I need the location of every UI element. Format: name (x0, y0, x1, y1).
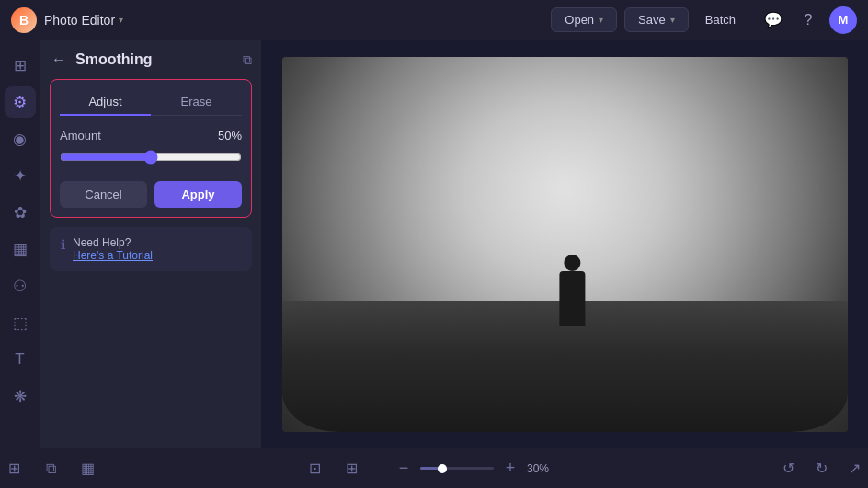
sidebar-btn-text[interactable]: T (5, 344, 36, 375)
zoom-out-button[interactable]: − (393, 458, 415, 480)
fit-screen-button[interactable]: ⊞ (337, 455, 365, 482)
open-chevron: ▾ (599, 15, 603, 25)
zoom-in-button[interactable]: + (499, 458, 521, 480)
app-title: Photo Editor (44, 13, 115, 28)
side-panel: ← Smoothing ⧉ Adjust Erase Amount 50% (40, 40, 261, 448)
help-tutorial-link[interactable]: Here's a Tutorial (73, 249, 153, 262)
zoom-slider-thumb[interactable] (438, 464, 447, 473)
sidebar-btn-preview[interactable]: ◉ (5, 123, 36, 154)
open-label: Open (565, 13, 594, 27)
sidebar-btn-layers[interactable]: ⊞ (5, 50, 36, 81)
help-icon-button[interactable]: ? (794, 6, 822, 34)
zoom-controls: − + 30% (393, 458, 556, 480)
panel-header: ← Smoothing ⧉ (50, 50, 252, 70)
save-button[interactable]: Save ▾ (624, 7, 689, 32)
app-title-area[interactable]: Photo Editor ▾ (44, 13, 123, 28)
tab-erase[interactable]: Erase (151, 89, 242, 116)
smoothing-tabs: Adjust Erase (60, 89, 242, 116)
sidebar-btn-image[interactable]: ⬚ (5, 307, 36, 338)
amount-value: 50% (218, 129, 242, 142)
help-box: ℹ Need Help? Here's a Tutorial (50, 227, 252, 271)
fit-width-button[interactable]: ⊡ (301, 455, 328, 482)
sidebar-btn-stamp[interactable]: ❋ (5, 380, 36, 412)
sidebar-btn-brush[interactable]: ✦ (5, 160, 36, 191)
sidebar-btn-effects[interactable]: ✿ (5, 197, 36, 228)
sidebar-btn-template[interactable]: ▦ (5, 233, 36, 265)
copy-icon: ⧉ (243, 52, 252, 67)
photo-background (282, 57, 848, 432)
sidebar-btn-adjust[interactable]: ⚙ (5, 86, 36, 118)
save-label: Save (638, 13, 666, 27)
app-logo: B (11, 7, 37, 33)
action-buttons: Cancel Apply (60, 181, 242, 208)
zoom-value-label: 30% (527, 462, 556, 475)
sidebar-btn-people[interactable]: ⚇ (5, 270, 36, 301)
amount-slider-container (60, 150, 242, 168)
main-layout: ⊞ ⚙ ◉ ✦ ✿ ▦ ⚇ ⬚ T ❋ ← Smoothing ⧉ Adjust (0, 40, 868, 448)
batch-button[interactable]: Batch (696, 8, 745, 31)
amount-slider[interactable] (60, 150, 242, 165)
export-button[interactable]: ↗ (840, 455, 868, 482)
canvas-area (261, 40, 868, 448)
user-avatar[interactable]: M (829, 6, 857, 34)
help-title: Need Help? (73, 236, 153, 249)
bottom-right-buttons: ↺ ↻ ↗ (774, 455, 868, 482)
panel-copy-button[interactable]: ⧉ (243, 52, 252, 68)
icon-sidebar: ⊞ ⚙ ◉ ✦ ✿ ▦ ⚇ ⬚ T ❋ (0, 40, 40, 448)
back-icon: ← (51, 51, 66, 67)
amount-label: Amount (60, 129, 101, 142)
undo-button[interactable]: ↺ (774, 455, 802, 482)
tab-adjust[interactable]: Adjust (60, 89, 151, 116)
topbar-action-icons: 💬 ? M (760, 6, 857, 34)
panel-title: Smoothing (75, 51, 235, 68)
open-button[interactable]: Open ▾ (551, 7, 617, 32)
app-title-chevron: ▾ (119, 15, 123, 25)
bottombar: ⊞ ⧉ ▦ ⊡ ⊞ − + 30% ↺ ↻ ↗ (0, 448, 868, 488)
zoom-slider-track (420, 467, 494, 470)
smoothing-box: Adjust Erase Amount 50% Cancel Apply (50, 79, 252, 218)
bottom-layers-button[interactable]: ⊞ (0, 455, 28, 482)
save-chevron: ▾ (670, 15, 675, 25)
amount-row: Amount 50% (60, 129, 242, 142)
panel-back-button[interactable]: ← (50, 50, 68, 70)
bottom-grid-button[interactable]: ▦ (74, 455, 101, 482)
photo-figure (559, 271, 585, 326)
topbar: B Photo Editor ▾ Open ▾ Save ▾ Batch 💬 ?… (0, 0, 868, 40)
redo-button[interactable]: ↻ (807, 455, 835, 482)
info-icon: ℹ (61, 237, 65, 252)
apply-button[interactable]: Apply (154, 181, 242, 208)
bottom-copy-button[interactable]: ⧉ (37, 455, 64, 482)
photo-frame (282, 57, 848, 432)
cancel-button[interactable]: Cancel (60, 181, 147, 208)
chat-icon-button[interactable]: 💬 (760, 6, 787, 34)
